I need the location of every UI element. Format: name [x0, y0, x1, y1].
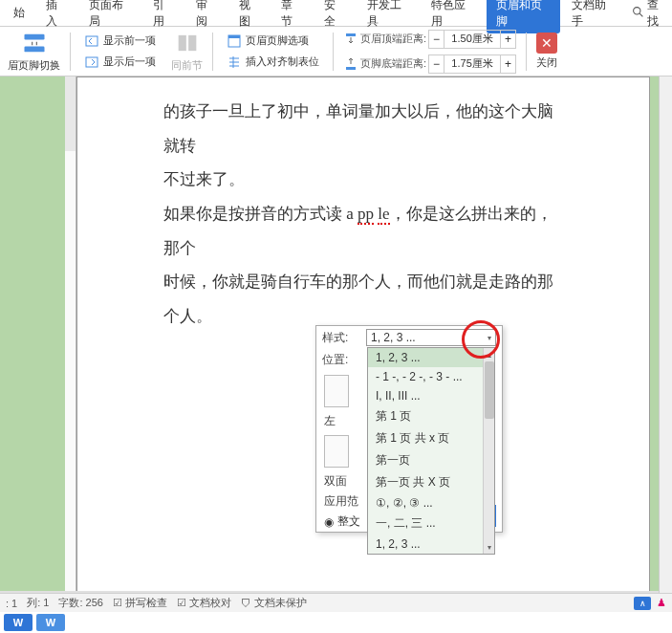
scroll-thumb[interactable]: [485, 361, 494, 419]
footer-dist-value: 1.75厘米: [444, 56, 500, 71]
search-button[interactable]: 查找: [632, 0, 668, 30]
svg-point-0: [634, 7, 640, 13]
hf-options-button[interactable]: 页眉页脚选项: [223, 32, 313, 51]
status-bar: : 1 列: 1 字数: 256 ☑ 拼写检查 ☑ 文档校对 ⛉ 文档未保护 ∧…: [0, 593, 672, 612]
same-section-icon: [174, 30, 201, 56]
svg-rect-4: [86, 36, 98, 46]
footer-dist-spinner[interactable]: − 1.75厘米 +: [428, 55, 516, 74]
taskbar: W W: [0, 612, 672, 633]
search-icon: [632, 6, 644, 21]
insert-align-button[interactable]: 插入对齐制表位: [223, 53, 323, 72]
same-section-button: 同前节: [167, 30, 206, 73]
dropdown-item-1[interactable]: - 1 -, - 2 -, - 3 - ...: [368, 367, 494, 386]
tab-security[interactable]: 安全: [314, 0, 356, 33]
page-content[interactable]: 的孩子一旦上了初中，单词量加大以后，他的这个大脑就转 不过来了。 如果你是按拼音…: [77, 77, 649, 343]
style-label: 样式:: [322, 330, 362, 346]
protection-status[interactable]: ⛉ 文档未保护: [241, 596, 307, 610]
radio-icon: ◉: [324, 515, 334, 529]
footer-dist-label: 页脚底端距离:: [360, 56, 426, 71]
spell-check-status[interactable]: ☑ 拼写检查: [113, 596, 167, 610]
switch-label: 眉页脚切换: [8, 58, 60, 73]
misspell-2: le: [378, 205, 389, 225]
tab-header-footer[interactable]: 页眉和页脚: [487, 0, 560, 33]
dropdown-item-3[interactable]: 第 1 页: [368, 405, 494, 427]
svg-rect-5: [86, 57, 98, 67]
tab-devtools[interactable]: 开发工具: [358, 0, 420, 33]
show-prev-button[interactable]: 显示前一项: [80, 32, 160, 51]
svg-rect-6: [178, 35, 185, 51]
dropdown-item-5[interactable]: 第一页: [368, 449, 494, 471]
dropdown-item-0[interactable]: 1, 2, 3 ...: [368, 348, 494, 367]
header-dist-value: 1.50厘米: [444, 32, 500, 46]
scroll-top-button[interactable]: ∧: [634, 597, 651, 610]
dropdown-item-6[interactable]: 第一页 共 X 页: [368, 471, 494, 493]
footer-dist-icon: [343, 56, 358, 72]
svg-rect-2: [24, 34, 44, 40]
header-dist-spinner[interactable]: − 1.50厘米 +: [428, 30, 516, 49]
shield-icon: ⛉: [241, 598, 251, 609]
svg-rect-11: [346, 67, 356, 70]
style-dropdown-list: 1, 2, 3 ... - 1 -, - 2 -, - 3 - ... I, I…: [367, 347, 495, 555]
tab-doc-assistant[interactable]: 文档助手: [562, 0, 624, 33]
misspell-1: pp: [358, 205, 374, 225]
ruler-vertical[interactable]: [65, 76, 76, 591]
style-select[interactable]: 1, 2, 3 ... ▾ 1, 2, 3 ... - 1 -, - 2 -, …: [366, 329, 496, 346]
task-app-2[interactable]: W: [36, 614, 65, 631]
align-tab-icon: [227, 55, 242, 70]
position-label: 位置:: [322, 352, 362, 368]
dropdown-item-4[interactable]: 第 1 页 共 x 页: [368, 427, 494, 449]
switch-group[interactable]: 眉页脚切换: [4, 30, 64, 73]
tab-chapter[interactable]: 章节: [271, 0, 313, 33]
show-next-button[interactable]: 显示后一项: [80, 53, 160, 72]
preview-2a[interactable]: [324, 435, 349, 468]
next-icon: [84, 55, 99, 70]
header-dist-label: 页眉顶端距离:: [360, 32, 426, 46]
tab-features[interactable]: 特色应用: [422, 0, 484, 33]
scroll-down-icon[interactable]: ▾: [484, 540, 494, 554]
dropdown-item-2[interactable]: I, II, III ...: [368, 386, 494, 405]
svg-line-1: [639, 13, 642, 16]
header-dist-minus[interactable]: −: [429, 31, 444, 48]
header-dist-plus[interactable]: +: [500, 31, 515, 48]
header-dist-icon: [343, 32, 358, 47]
svg-rect-7: [188, 35, 196, 51]
scroll-up-icon[interactable]: ▴: [484, 348, 494, 361]
dropdown-scrollbar[interactable]: ▴ ▾: [483, 348, 494, 554]
spell-check-icon: ☑: [113, 597, 122, 609]
prev-icon: [84, 33, 99, 49]
dropdown-item-8[interactable]: 一, 二, 三 ...: [368, 513, 494, 535]
header-footer-toolbar: 眉页脚切换 显示前一项 显示后一项 同前节 页眉页脚选项 插入对齐制表位 页眉顶…: [0, 27, 672, 76]
close-hf-button[interactable]: ✕ 关闭: [532, 33, 561, 70]
tab-start[interactable]: 始: [4, 1, 34, 25]
dropdown-arrow-icon: ▾: [488, 334, 491, 342]
user-icon[interactable]: ♟: [657, 597, 666, 610]
hf-options-icon: [227, 33, 242, 49]
dropdown-item-7[interactable]: ①, ②, ③ ...: [368, 493, 494, 513]
doc-proof-status[interactable]: ☑ 文档校对: [177, 596, 231, 610]
page-position[interactable]: : 1: [6, 598, 17, 609]
svg-rect-9: [228, 35, 240, 38]
task-app-1[interactable]: W: [4, 614, 33, 631]
footer-dist-minus[interactable]: −: [429, 55, 444, 73]
search-label: 查找: [647, 0, 668, 30]
close-icon: ✕: [536, 33, 557, 54]
tab-reference[interactable]: 引用: [143, 0, 184, 33]
tab-layout[interactable]: 页面布局: [79, 0, 141, 33]
svg-rect-3: [24, 47, 44, 53]
preview-1[interactable]: [324, 375, 349, 407]
dropdown-item-9[interactable]: 1, 2, 3 ...: [368, 535, 494, 554]
svg-rect-10: [346, 33, 356, 36]
tab-review[interactable]: 审阅: [186, 0, 228, 33]
switch-icon: [21, 30, 48, 56]
vertical-scrollbar[interactable]: [659, 76, 672, 593]
word-count[interactable]: 字数: 256: [58, 596, 102, 610]
footer-dist-plus[interactable]: +: [500, 55, 515, 73]
ribbon-tabs: 始 插入 页面布局 引用 审阅 视图 章节 安全 开发工具 特色应用 页眉和页脚…: [0, 0, 672, 27]
page-number-settings-popup: 样式: 1, 2, 3 ... ▾ 1, 2, 3 ... - 1 -, - 2…: [315, 325, 503, 533]
tab-insert[interactable]: 插入: [36, 0, 77, 33]
doc-proof-icon: ☑: [177, 597, 186, 609]
column-position[interactable]: 列: 1: [27, 596, 49, 610]
tab-view[interactable]: 视图: [229, 0, 271, 33]
